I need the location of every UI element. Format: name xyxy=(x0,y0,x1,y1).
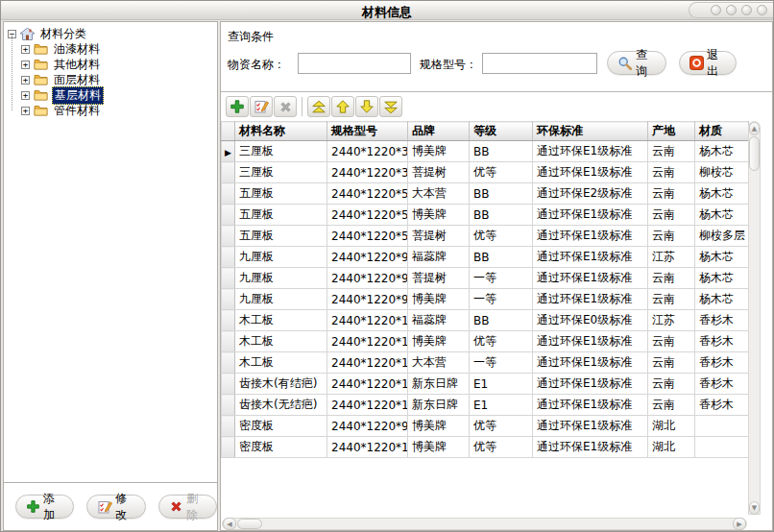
table-cell: 通过环保E1级标准 xyxy=(533,289,648,310)
table-cell: 2440*1220*5 xyxy=(327,183,408,205)
folder-icon xyxy=(34,105,48,116)
table-cell xyxy=(695,416,749,437)
table-cell: 九厘板 xyxy=(235,289,327,310)
add-icon xyxy=(26,499,40,514)
table-cell: BB xyxy=(470,310,533,331)
window-circle-button[interactable] xyxy=(726,5,737,15)
table-cell: 三厘板 xyxy=(235,162,327,183)
expand-icon[interactable]: + xyxy=(21,91,30,100)
table-row[interactable]: 五厘板2440*1220*5博美牌BB通过环保E1级标准云南杨木芯 xyxy=(222,205,749,226)
horizontal-scrollbar[interactable]: ◀ ▶ xyxy=(222,518,747,530)
row-selector[interactable] xyxy=(222,416,235,437)
row-selector[interactable] xyxy=(222,162,235,183)
table-cell: 通过环保E1级标准 xyxy=(533,395,648,416)
table-row[interactable]: 齿接木(有结疤)2440*1220*18新东日牌E1通过环保E1级标准云南香杉木 xyxy=(222,374,749,395)
edit-record-button[interactable] xyxy=(250,96,273,117)
tree-item[interactable]: +面层材料 xyxy=(21,72,213,87)
table-cell: 九厘板 xyxy=(235,268,327,289)
table-row[interactable]: 五厘板2440*1220*5菩提树优等通过环保E1级标准云南柳桉多层 xyxy=(222,226,749,247)
column-header[interactable]: 产地 xyxy=(648,122,695,141)
row-selector[interactable] xyxy=(222,331,235,352)
column-header[interactable]: 材质 xyxy=(695,122,749,141)
table-cell: 杨木芯 xyxy=(695,289,749,310)
table-cell: 杨木芯 xyxy=(695,141,749,162)
delete-record-button[interactable] xyxy=(274,96,297,117)
exit-button[interactable]: 退出 xyxy=(679,51,737,75)
table-row[interactable]: 五厘板2440*1220*5大本营BB通过环保E2级标准云南杨木芯 xyxy=(222,183,749,205)
table-cell: 柳桉芯 xyxy=(695,162,749,183)
scroll-down-icon[interactable]: ▼ xyxy=(749,501,760,515)
table-row[interactable]: 九厘板2440*1220*9博美牌一等通过环保E1级标准云南杨木芯 xyxy=(222,289,749,310)
tree-item[interactable]: +管件材料 xyxy=(21,103,213,118)
row-selector[interactable] xyxy=(222,247,235,268)
search-button[interactable]: 查询 xyxy=(607,51,666,75)
material-table: 材料名称规格型号品牌等级环保标准产地材质 ▶三厘板2440*1220*3博美牌B… xyxy=(221,121,748,458)
tree-item[interactable]: +其他材料 xyxy=(21,57,213,72)
last-record-button[interactable] xyxy=(379,96,402,117)
window-circle-button[interactable] xyxy=(711,5,721,15)
table-cell: 通过环保E1级标准 xyxy=(533,352,648,374)
table-row[interactable]: 木工板2440*1220*15福蕊牌BB通过环保E0级标准江苏香杉木 xyxy=(222,310,749,331)
column-header[interactable]: 环保标准 xyxy=(533,122,648,141)
table-row[interactable]: 木工板2440*1220*15博美牌优等通过环保E1级标准云南香杉木 xyxy=(222,331,749,352)
expand-icon[interactable]: + xyxy=(21,107,30,115)
table-cell: 通过环保E1级标准 xyxy=(533,268,648,289)
next-record-button[interactable] xyxy=(355,96,378,117)
table-cell: 通过环保E2级标准 xyxy=(533,183,648,205)
table-row[interactable]: 木工板2440*1220*15大本营一等通过环保E1级标准云南香杉木 xyxy=(222,352,749,374)
table-row[interactable]: 齿接木(无结疤)2440*1220*18新东日牌E1通过环保E1级标准云南香杉木 xyxy=(222,395,749,416)
material-name-input[interactable] xyxy=(298,53,411,74)
row-selector[interactable] xyxy=(222,226,235,247)
edit-button[interactable]: 修改 xyxy=(86,495,146,519)
table-row[interactable]: ▶三厘板2440*1220*3博美牌BB通过环保E1级标准云南杨木芯 xyxy=(222,141,749,162)
window-circle-button[interactable] xyxy=(741,5,752,15)
next-record-icon xyxy=(359,99,375,114)
table-row[interactable]: 三厘板2440*1220*3菩提树优等通过环保E1级标准云南柳桉芯 xyxy=(222,162,749,183)
add-button[interactable]: 添加 xyxy=(15,495,74,519)
vertical-scroll-thumb[interactable] xyxy=(749,136,760,171)
table-cell: 五厘板 xyxy=(235,183,327,205)
table-cell: 2440*1220*15 xyxy=(327,352,408,374)
table-row[interactable]: 九厘板2440*1220*9菩提树一等通过环保E1级标准云南杨木芯 xyxy=(222,268,749,289)
row-selector[interactable] xyxy=(222,310,235,331)
table-row[interactable]: 九厘板2440*1220*9福蕊牌BB通过环保E1级标准江苏杨木芯 xyxy=(222,247,749,268)
tree-item[interactable]: +油漆材料 xyxy=(21,41,213,57)
expand-icon[interactable]: + xyxy=(21,45,30,54)
previous-record-button[interactable] xyxy=(331,96,354,117)
row-selector[interactable]: ▶ xyxy=(222,141,235,162)
expand-icon[interactable]: + xyxy=(21,60,30,69)
row-selector[interactable] xyxy=(222,352,235,374)
column-header[interactable]: 等级 xyxy=(470,122,533,141)
table-cell: 云南 xyxy=(648,205,695,226)
column-header[interactable]: 材料名称 xyxy=(235,122,327,141)
table-row[interactable]: 密度板2440*1220*9博美牌优等通过环保E1级标准湖北 xyxy=(222,416,749,437)
row-selector[interactable] xyxy=(222,395,235,416)
delete-button[interactable]: 删除 xyxy=(158,495,217,519)
column-header[interactable]: 规格型号 xyxy=(327,122,408,141)
row-selector[interactable] xyxy=(222,374,235,395)
scroll-right-icon[interactable]: ▶ xyxy=(733,518,746,530)
table-cell: 湖北 xyxy=(648,416,695,437)
row-selector[interactable] xyxy=(222,268,235,289)
table-cell: 云南 xyxy=(648,226,695,247)
row-selector[interactable] xyxy=(222,289,235,310)
horizontal-scroll-thumb[interactable] xyxy=(237,519,262,529)
scroll-up-icon[interactable]: ▲ xyxy=(749,122,760,135)
row-selector[interactable] xyxy=(222,205,235,226)
spec-model-input[interactable] xyxy=(482,53,597,74)
add-record-button[interactable] xyxy=(226,96,249,117)
first-record-button[interactable] xyxy=(307,96,330,117)
table-cell: 木工板 xyxy=(235,352,327,374)
expand-icon[interactable]: + xyxy=(21,76,30,85)
table-row[interactable]: 密度板2440*1220*12博美牌优等通过环保E1级标准湖北 xyxy=(222,437,749,458)
tree-root[interactable]: − 材料分类 xyxy=(8,26,213,41)
window-circle-button[interactable] xyxy=(757,5,767,15)
table-cell: 菩提树 xyxy=(408,268,470,289)
tree-item[interactable]: +基层材料 xyxy=(21,87,213,103)
vertical-scrollbar[interactable]: ▲ ▼ xyxy=(748,121,761,515)
column-header[interactable]: 品牌 xyxy=(408,122,470,141)
row-selector[interactable] xyxy=(222,183,235,205)
scroll-left-icon[interactable]: ◀ xyxy=(223,518,236,530)
row-selector[interactable] xyxy=(222,437,235,458)
table-cell: 2440*1220*5 xyxy=(327,226,408,247)
